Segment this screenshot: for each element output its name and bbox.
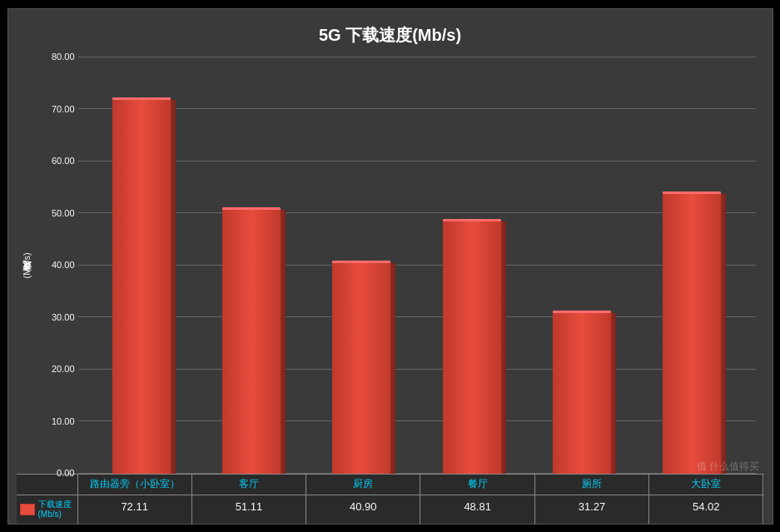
x-label: 大卧室 xyxy=(649,475,763,495)
grid-label: 50.00 xyxy=(38,208,75,218)
bar xyxy=(553,311,611,474)
grid-label: 40.00 xyxy=(38,260,75,270)
chart-inner: 80.0070.0060.0050.0040.0030.0020.0010.00… xyxy=(37,57,764,474)
x-label: 厨房 xyxy=(306,475,420,495)
x-label: 餐厅 xyxy=(420,475,534,495)
x-label: 厕所 xyxy=(535,475,649,495)
data-cells: 72.1151.1140.9048.8131.2754.02 xyxy=(78,495,764,524)
bar xyxy=(112,97,171,474)
chart-area: 下载速度(Mb/s) 80.0070.0060.0050.0040.0030.0… xyxy=(17,57,764,474)
data-cell: 31.27 xyxy=(535,495,649,524)
bar xyxy=(443,219,501,474)
table-header-row: 路由器旁（小卧室）客厅厨房餐厅厕所大卧室 xyxy=(17,475,764,495)
bar-wrapper xyxy=(416,57,526,474)
data-row: 下载速度(Mb/s) 72.1151.1140.9048.8131.2754.0… xyxy=(17,495,764,524)
bar-wrapper xyxy=(306,57,416,474)
bar xyxy=(663,191,721,473)
grid-and-bars: 80.0070.0060.0050.0040.0030.0020.0010.00… xyxy=(37,57,764,474)
chart-container: 5G 下载速度(Mb/s) 下载速度(Mb/s) 80.0070.0060.00… xyxy=(7,8,773,525)
watermark: 值 什么值得买 xyxy=(697,460,759,474)
x-labels-row: 路由器旁（小卧室）客厅厨房餐厅厕所大卧室 xyxy=(78,475,764,495)
bar-wrapper xyxy=(527,57,637,474)
data-cell: 72.11 xyxy=(78,495,192,524)
y-axis-label: 下载速度(Mb/s) xyxy=(17,57,37,474)
grid-label: 0.00 xyxy=(38,468,75,478)
bar-wrapper xyxy=(637,57,747,474)
bar-wrapper xyxy=(87,57,196,474)
grid-label: 30.00 xyxy=(38,312,75,322)
legend-color xyxy=(20,504,35,515)
x-label: 路由器旁（小卧室） xyxy=(78,475,192,495)
bar xyxy=(332,261,390,474)
data-cell: 54.02 xyxy=(649,495,763,524)
x-label: 客厅 xyxy=(192,475,306,495)
bars-area xyxy=(78,57,756,474)
bar-wrapper xyxy=(196,57,306,474)
data-cell: 48.81 xyxy=(420,495,534,524)
grid-label: 20.00 xyxy=(38,364,75,374)
table-section: 路由器旁（小卧室）客厅厨房餐厅厕所大卧室 下载速度(Mb/s) 72.1151.… xyxy=(17,474,764,524)
bar xyxy=(222,207,281,474)
grid-label: 10.00 xyxy=(38,416,75,426)
grid-label: 70.00 xyxy=(38,104,75,114)
chart-title: 5G 下载速度(Mb/s) xyxy=(17,17,764,57)
grid-label: 80.00 xyxy=(38,52,75,62)
legend-cell: 下载速度(Mb/s) xyxy=(17,495,78,524)
legend-text: 下载速度(Mb/s) xyxy=(38,500,74,520)
grid-label: 60.00 xyxy=(38,156,75,166)
data-cell: 40.90 xyxy=(306,495,420,524)
data-cell: 51.11 xyxy=(192,495,306,524)
